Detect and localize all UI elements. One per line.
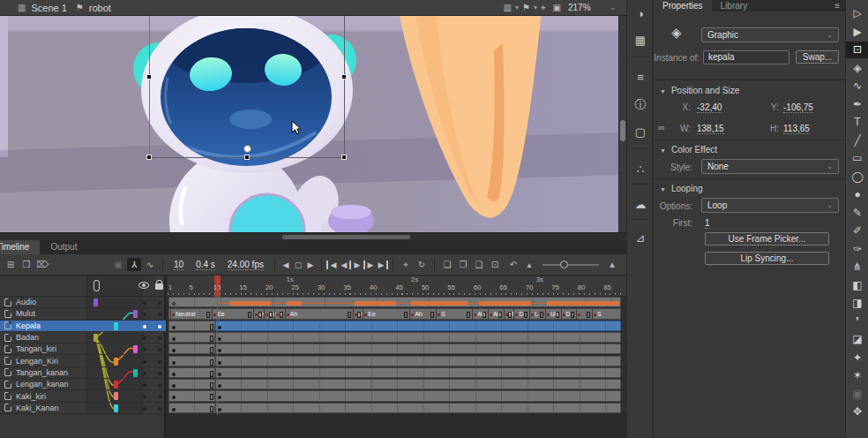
layer-lock-dot[interactable] <box>158 313 161 316</box>
lip-sync-segment[interactable] <box>504 309 505 320</box>
graph-editor-button[interactable]: ∿ <box>143 260 157 269</box>
selection-handle-bottom-left[interactable] <box>146 155 152 160</box>
zoom-out-frames-button[interactable]: ▴ <box>522 260 536 269</box>
show-hide-all-icon[interactable] <box>138 282 149 289</box>
layer-row-kepala[interactable]: Kepala <box>0 321 166 332</box>
pen-tool[interactable]: ✒ <box>846 96 868 113</box>
h-value[interactable]: 113,65 <box>783 124 810 134</box>
mouth-frame-span[interactable]: NeutralEeDEeFAhDEeAhSAhAhMDLUhDS <box>168 308 621 319</box>
info-panel-icon[interactable]: ⓘ <box>627 97 654 113</box>
ruler-frame-number[interactable]: 75 <box>551 283 559 291</box>
loop-playback-button[interactable]: ↻ <box>415 260 429 269</box>
swap-button[interactable]: Swap... <box>796 50 839 64</box>
transform-panel-icon[interactable]: ▢ <box>627 125 654 139</box>
ruler-frame-number[interactable]: 5 <box>189 283 192 291</box>
ruler-frame-number[interactable]: 30 <box>318 283 326 291</box>
parenting-swatch[interactable] <box>94 298 98 306</box>
frame-span[interactable] <box>168 390 215 401</box>
lip-sync-segment[interactable] <box>472 309 473 320</box>
rectangle-tool[interactable]: ▭ <box>846 150 868 167</box>
ruler-frame-number[interactable]: 35 <box>343 283 351 291</box>
layer-visibility-dot[interactable] <box>143 301 146 305</box>
lip-sync-segment[interactable] <box>353 309 354 320</box>
zoom-in-frames-button[interactable]: ▲ <box>605 260 619 269</box>
onion-skin-outline-button[interactable]: ❐ <box>456 260 470 269</box>
parenting-swatch[interactable] <box>114 404 118 412</box>
ruler-frame-number[interactable]: 45 <box>395 283 403 291</box>
use-frame-picker-button[interactable]: Use Frame Picker... <box>705 232 829 245</box>
layer-row-tangan_kiri[interactable]: Tangan_kiri <box>0 344 166 355</box>
parenting-swatch[interactable] <box>94 334 98 342</box>
eraser-tool[interactable]: ◪ <box>846 331 868 348</box>
go-to-first-frame-button[interactable]: ◀ <box>326 261 339 269</box>
ruler-frame-number[interactable]: 80 <box>578 283 586 291</box>
panel-menu-icon[interactable]: ≡ <box>834 0 840 11</box>
symbol-type-dropdown[interactable]: Graphic ⌄ <box>701 27 839 42</box>
frame-span[interactable] <box>215 356 621 366</box>
hand-tool[interactable]: ✥ <box>846 404 868 420</box>
parenting-swatch[interactable] <box>114 358 118 366</box>
parenting-swatch[interactable] <box>114 322 118 330</box>
gradient-transform-tool[interactable]: ◈ <box>846 60 868 77</box>
timeline-ruler[interactable]: 15101520253035404550556065707580851s2s3s <box>168 276 626 297</box>
stage-vscroll-thumb[interactable] <box>620 120 625 141</box>
tab-library[interactable]: Library <box>712 0 757 11</box>
frame-row-tangan_kiri[interactable] <box>168 344 626 355</box>
transformation-point[interactable] <box>243 145 251 153</box>
center-stage-button[interactable]: ⌖ <box>541 3 546 13</box>
frame-row-mulut[interactable]: NeutralEeDEeFAhDEeAhSAhAhMDLUhDS <box>168 308 626 320</box>
frame-span[interactable] <box>215 344 621 354</box>
ruler-frame-number[interactable]: 20 <box>266 283 273 291</box>
lip-sync-segment[interactable] <box>264 309 265 320</box>
asset-warp-tool[interactable]: ✶ <box>846 367 868 384</box>
w-value[interactable]: 138,15 <box>697 124 724 134</box>
lip-sync-segment[interactable] <box>545 309 546 320</box>
free-transform-tool[interactable]: ⊡ <box>846 42 868 58</box>
tab-output[interactable]: Output <box>40 240 87 254</box>
link-width-height-icon[interactable]: ∞ <box>658 122 665 132</box>
paint-brush-tool[interactable]: ✐ <box>846 223 868 239</box>
ruler-frame-number[interactable]: 70 <box>526 283 534 291</box>
layer-row-lengan_kanan[interactable]: Lengan_kanan <box>0 379 166 390</box>
lock-all-icon[interactable] <box>155 283 163 290</box>
selection-handle-left[interactable] <box>146 74 152 79</box>
next-frame-button[interactable]: ▶ <box>363 261 376 269</box>
selection-handle-right[interactable] <box>341 74 347 79</box>
layer-row-mulut[interactable]: Mulut <box>0 308 166 320</box>
eyedropper-tool[interactable]: ❜ <box>846 313 868 330</box>
oval-tool[interactable]: ◯ <box>846 169 868 185</box>
layer-row-tangan_kanan[interactable]: Tangan_kanan <box>0 367 166 379</box>
layer-lock-dot[interactable] <box>158 372 161 375</box>
frame-span[interactable] <box>215 403 621 413</box>
tab-timeline[interactable]: Timeline <box>0 240 40 254</box>
new-layer-button[interactable]: ⊞ <box>4 260 18 269</box>
new-folder-button[interactable]: ❒ <box>19 260 34 269</box>
playhead-line[interactable] <box>217 276 218 415</box>
stop-button[interactable]: ▢ <box>292 261 304 269</box>
parenting-swatch[interactable] <box>114 381 118 389</box>
frame-span[interactable] <box>215 332 621 343</box>
ink-bottle-tool[interactable]: ◨ <box>846 295 868 312</box>
ruler-frame-number[interactable]: 65 <box>499 283 507 291</box>
frame-row-kaki_kanan[interactable] <box>168 403 626 414</box>
edit-scene-chevron[interactable]: ▾ <box>515 4 519 11</box>
layer-visibility-dot[interactable] <box>143 336 146 340</box>
lip-sync-segment[interactable] <box>409 309 410 320</box>
edit-symbol-button[interactable]: ⚑ <box>522 3 530 12</box>
frame-span[interactable] <box>168 332 215 343</box>
previous-frame-button[interactable]: ◀ <box>339 261 351 269</box>
color-panel-icon[interactable]: ◑ <box>627 7 654 20</box>
fit-to-window-button[interactable]: ▣ <box>553 3 561 12</box>
layer-visibility-dot[interactable] <box>143 360 146 364</box>
first-frame-value[interactable]: 1 <box>705 218 710 229</box>
layer-lock-dot[interactable] <box>158 348 161 351</box>
go-to-last-frame-button[interactable]: ▶ <box>376 261 388 269</box>
y-value[interactable]: -106,75 <box>783 102 813 113</box>
step-back-button[interactable]: ◀ <box>280 261 292 269</box>
frame-row-kepala[interactable] <box>168 321 626 332</box>
layer-row-audio[interactable]: Audio <box>0 297 166 308</box>
lip-sync-segment[interactable] <box>592 309 593 320</box>
style-dropdown[interactable]: None ⌄ <box>701 159 839 174</box>
frame-span[interactable] <box>168 321 215 331</box>
parenting-swatch[interactable] <box>133 345 138 353</box>
